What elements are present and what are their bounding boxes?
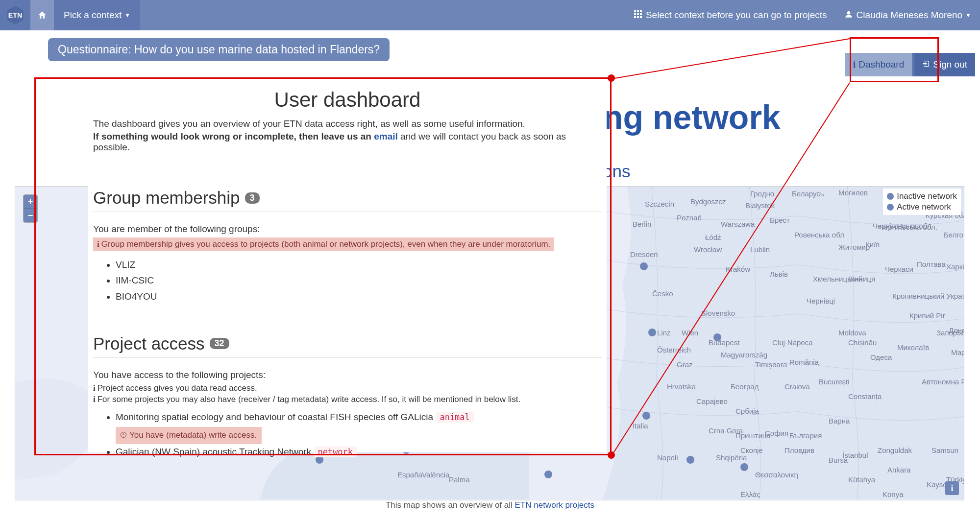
project-subtext: You have access to the following project… bbox=[93, 370, 602, 380]
info-icon: i bbox=[853, 59, 856, 70]
project-hint1: iProject access gives you data read acce… bbox=[93, 383, 602, 393]
group-item: IIM-CSIC bbox=[116, 273, 602, 288]
city-label: Wien bbox=[682, 329, 698, 337]
questionnaire-banner[interactable]: Questionnaire: How do you use marine dat… bbox=[48, 38, 390, 61]
city-label: Србија bbox=[735, 407, 759, 415]
svg-rect-15 bbox=[123, 436, 124, 436]
city-label: Полтава bbox=[917, 260, 946, 268]
signout-button-label: Sign out bbox=[933, 59, 967, 70]
svg-rect-8 bbox=[634, 16, 636, 18]
write-access-note: You have (metadata) write access. bbox=[116, 427, 262, 444]
home-icon bbox=[37, 10, 47, 20]
annotation-line-1 bbox=[612, 38, 850, 79]
city-label: Magyarország bbox=[721, 351, 767, 359]
zoom-out-button[interactable]: − bbox=[24, 209, 37, 222]
city-label: Ankara bbox=[887, 466, 911, 474]
city-label: Poznań bbox=[677, 213, 702, 222]
city-label: Донецьк bbox=[949, 326, 964, 334]
info-icon: i bbox=[93, 383, 96, 393]
city-label: Львів bbox=[770, 270, 788, 278]
city-label: Кривий Ріг bbox=[909, 311, 945, 320]
legend-active-label: Active network bbox=[897, 202, 951, 212]
city-label: Пловдив bbox=[784, 446, 814, 454]
network-dot[interactable] bbox=[686, 456, 694, 464]
email-link[interactable]: email bbox=[374, 131, 398, 142]
city-label: Budapest bbox=[709, 338, 739, 347]
city-label: Slovensko bbox=[701, 309, 735, 317]
svg-rect-5 bbox=[634, 13, 636, 15]
svg-rect-3 bbox=[637, 10, 639, 12]
project-item: Galician (NW Spain) acoustic Tracking Ne… bbox=[116, 444, 602, 460]
city-label: Craiova bbox=[784, 382, 810, 391]
etn-projects-link[interactable]: ETN network projects bbox=[515, 500, 595, 510]
city-label: Харківська обл bbox=[946, 262, 964, 271]
hero-title-fragment: ng network bbox=[603, 98, 781, 136]
network-dot[interactable] bbox=[740, 463, 748, 471]
grid-icon bbox=[634, 10, 642, 21]
city-label: Сараjево bbox=[696, 397, 728, 405]
city-label: България bbox=[789, 431, 822, 440]
city-label: Автономна Республіка bbox=[922, 377, 964, 386]
project-list: Monitoring spatial ecology and behaviour… bbox=[116, 409, 602, 460]
network-dot[interactable] bbox=[648, 329, 656, 336]
map-info-button[interactable]: i bbox=[945, 481, 959, 495]
group-membership-heading: Group membership 3 bbox=[93, 188, 602, 212]
city-label: Гродно bbox=[750, 189, 774, 198]
top-navbar: ETN Pick a context ▼ Select context befo… bbox=[0, 0, 980, 30]
city-label: Черкаси bbox=[885, 265, 913, 273]
city-label: Moldova bbox=[838, 329, 866, 337]
legend-active-dot bbox=[887, 204, 894, 211]
city-label: Linz bbox=[657, 329, 671, 337]
annotation-dot-top bbox=[608, 74, 615, 82]
city-label: Palma bbox=[449, 475, 470, 484]
dashboard-title: User dashboard bbox=[93, 88, 602, 112]
network-dot[interactable] bbox=[713, 333, 721, 341]
project-tag: network bbox=[314, 447, 357, 457]
dashboard-button[interactable]: i Dashboard bbox=[845, 53, 914, 76]
city-label: Київ bbox=[865, 240, 880, 249]
zoom-in-button[interactable]: + bbox=[24, 195, 37, 209]
svg-point-11 bbox=[847, 11, 850, 15]
city-label: Кропивницький Україна bbox=[892, 292, 964, 300]
etn-logo[interactable]: ETN bbox=[0, 0, 30, 30]
city-label: Italia bbox=[633, 422, 648, 430]
group-info-box: iGroup membership gives you access to pr… bbox=[93, 237, 554, 251]
city-label: Bydgoszcz bbox=[690, 197, 726, 206]
svg-rect-6 bbox=[637, 13, 639, 15]
city-label: Варна bbox=[829, 417, 850, 425]
user-dashboard-panel: User dashboard The dashboard gives you a… bbox=[88, 79, 607, 452]
projects-hint-label: Select context before you can go to proj… bbox=[646, 10, 827, 21]
city-label: Chișinău bbox=[848, 338, 877, 347]
city-label: Wrocław bbox=[694, 245, 722, 254]
info-icon: i bbox=[97, 239, 99, 249]
home-button[interactable] bbox=[30, 0, 54, 30]
city-label: Београд bbox=[731, 382, 759, 391]
projects-hint[interactable]: Select context before you can go to proj… bbox=[625, 0, 836, 30]
signout-icon bbox=[922, 59, 930, 70]
user-menu[interactable]: Claudia Meneses Moreno ▼ bbox=[836, 0, 980, 30]
warning-icon bbox=[121, 430, 126, 440]
city-label: Samsun bbox=[931, 446, 958, 454]
svg-rect-2 bbox=[634, 10, 636, 12]
svg-rect-9 bbox=[637, 16, 639, 18]
pick-context-label: Pick a context bbox=[64, 10, 122, 21]
city-label: Hrvatska bbox=[667, 382, 696, 391]
project-item: Monitoring spatial ecology and behaviour… bbox=[116, 409, 602, 444]
city-label: Ελλάς bbox=[740, 490, 760, 498]
city-label: Миколаїв bbox=[897, 343, 929, 352]
svg-rect-10 bbox=[640, 16, 642, 18]
network-dot[interactable] bbox=[642, 412, 650, 420]
city-label: София bbox=[765, 429, 788, 437]
group-count-badge: 3 bbox=[245, 192, 260, 204]
hero-sub-fragment: ons bbox=[603, 162, 630, 181]
signout-button[interactable]: Sign out bbox=[914, 53, 975, 76]
city-label: Graz bbox=[677, 360, 693, 369]
city-label: Чернівці bbox=[807, 297, 835, 305]
network-dot[interactable] bbox=[544, 471, 552, 478]
group-item: VLIZ bbox=[116, 257, 602, 273]
dashboard-intro1: The dashboard gives you an overview of y… bbox=[93, 118, 602, 129]
pick-context-dropdown[interactable]: Pick a context ▼ bbox=[54, 0, 140, 30]
network-dot[interactable] bbox=[640, 262, 648, 270]
city-label: İstanbul bbox=[842, 451, 868, 459]
city-label: Napoli bbox=[657, 453, 678, 462]
